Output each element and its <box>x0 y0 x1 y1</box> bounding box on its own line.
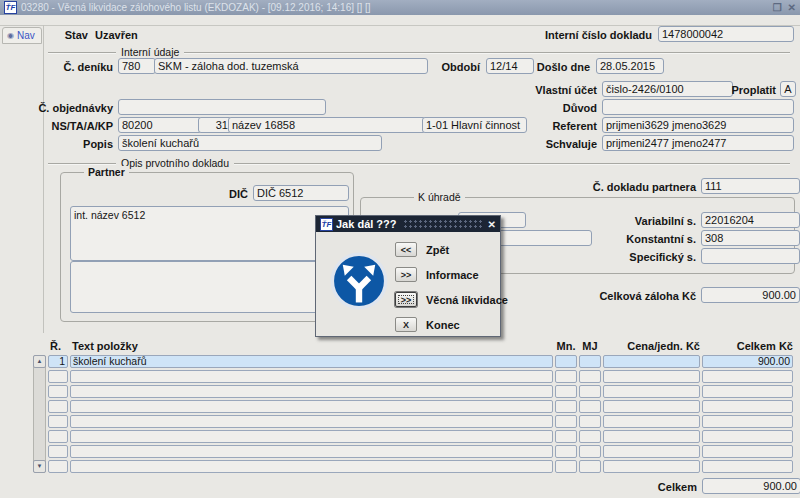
ta-field[interactable]: 31 <box>198 117 232 133</box>
scroll-up-button[interactable]: ▲ <box>33 355 46 368</box>
cell-mn[interactable] <box>555 445 577 458</box>
cell-num[interactable] <box>48 445 68 458</box>
referent-field[interactable]: prijmeni3629 jmeno3629 <box>602 117 794 133</box>
window-close-icon[interactable]: ✕ <box>788 2 796 13</box>
jak-dal-dialog: ŤF Jak dál ??? ✕ <<Zpět>>Informace>>Věcn… <box>315 215 501 337</box>
cell-cena[interactable] <box>603 370 700 383</box>
cell-num[interactable] <box>48 385 68 398</box>
cell-celkem[interactable] <box>702 370 793 383</box>
cell-celkem[interactable] <box>702 400 793 413</box>
partner-adresa-area[interactable] <box>70 261 349 313</box>
cell-mj[interactable] <box>579 415 601 428</box>
cell-cena[interactable] <box>603 385 700 398</box>
cell-celkem[interactable] <box>702 460 793 473</box>
table-row[interactable] <box>48 430 793 443</box>
interni-cislo-label: Interní číslo dokladu <box>500 29 652 41</box>
cell-celkem[interactable]: 900.00 <box>702 355 793 368</box>
cell-text[interactable]: školení kuchařů <box>70 355 553 368</box>
cell-cena[interactable] <box>603 355 700 368</box>
c-dokladu-partnera-field[interactable]: 111 <box>701 178 800 194</box>
cell-celkem[interactable] <box>702 415 793 428</box>
cell-num[interactable] <box>48 430 68 443</box>
window-titlebar[interactable]: ŤF 03280 - Věcná likvidace zálohového li… <box>0 0 800 15</box>
dic-field[interactable]: DIČ 6512 <box>253 185 349 201</box>
cell-mj[interactable] <box>579 460 601 473</box>
interni-cislo-field[interactable]: 1478000042 <box>658 26 794 42</box>
cinnost-field[interactable]: 1-01 Hlavní činnost <box>422 117 527 133</box>
cell-mn[interactable] <box>555 460 577 473</box>
cell-mj[interactable] <box>579 385 601 398</box>
scroll-down-button[interactable]: ▼ <box>33 460 46 473</box>
table-row[interactable] <box>48 370 793 383</box>
dialog-drag-handle[interactable] <box>403 219 482 229</box>
table-row[interactable] <box>48 415 793 428</box>
table-row[interactable] <box>48 460 793 473</box>
cell-celkem[interactable] <box>702 430 793 443</box>
table-row[interactable] <box>48 400 793 413</box>
ns-field[interactable]: 80200 <box>118 117 202 133</box>
cell-num[interactable] <box>48 415 68 428</box>
obdobi-label: Období <box>425 61 480 73</box>
cell-mj[interactable] <box>579 370 601 383</box>
cell-celkem[interactable] <box>702 445 793 458</box>
dialog-button[interactable]: >> <box>395 292 417 307</box>
ns-nazev-field[interactable]: název 16858 <box>228 117 426 133</box>
cell-mn[interactable] <box>555 400 577 413</box>
dialog-button-label: Informace <box>426 269 479 281</box>
nav-tab[interactable]: ◉ Nav <box>2 27 42 44</box>
konstantni-label: Konstantní s. <box>600 233 696 245</box>
cell-text[interactable] <box>70 415 553 428</box>
duvod-field[interactable] <box>602 99 794 115</box>
cell-mn[interactable] <box>555 415 577 428</box>
cell-cena[interactable] <box>603 430 700 443</box>
cell-mj[interactable] <box>579 400 601 413</box>
cell-mj[interactable] <box>579 445 601 458</box>
col-header-cena: Cena/jedn. Kč <box>603 340 700 352</box>
cell-mn[interactable] <box>555 430 577 443</box>
denik-nazev-field[interactable]: SKM - záloha dod. tuzemská <box>154 58 428 74</box>
celkova-zaloha-field[interactable]: 900.00 <box>701 287 800 303</box>
cell-num[interactable] <box>48 460 68 473</box>
c-deniku-field[interactable]: 780 <box>118 58 156 74</box>
cell-num[interactable] <box>48 400 68 413</box>
cell-text[interactable] <box>70 385 553 398</box>
schvaluje-field[interactable]: prijmeni2477 jmeno2477 <box>602 135 794 151</box>
celkem-field[interactable]: 900.00 <box>702 478 800 494</box>
window-restore-icon[interactable]: ❐ <box>773 2 782 13</box>
cell-text[interactable] <box>70 430 553 443</box>
cell-celkem[interactable] <box>702 385 793 398</box>
variabilni-field[interactable]: 22016204 <box>701 212 800 228</box>
cell-mj[interactable] <box>579 355 601 368</box>
cell-cena[interactable] <box>603 400 700 413</box>
dialog-close-icon[interactable]: ✕ <box>488 219 496 230</box>
cell-text[interactable] <box>70 370 553 383</box>
cell-mj[interactable] <box>579 430 601 443</box>
table-row[interactable]: 1školení kuchařů900.00 <box>48 355 793 368</box>
cell-cena[interactable] <box>603 445 700 458</box>
cell-num[interactable] <box>48 370 68 383</box>
specificky-field[interactable] <box>701 248 800 264</box>
table-row[interactable] <box>48 445 793 458</box>
cell-cena[interactable] <box>603 460 700 473</box>
popis-field[interactable]: školení kuchařů <box>118 135 382 151</box>
dialog-button[interactable]: X <box>395 317 417 332</box>
scrollbar-track[interactable] <box>33 355 46 473</box>
partner-nazev-area[interactable]: int. název 6512 <box>70 206 349 261</box>
table-row[interactable] <box>48 385 793 398</box>
cell-mn[interactable] <box>555 385 577 398</box>
cell-text[interactable] <box>70 460 553 473</box>
proplatit-field[interactable]: A <box>780 81 796 97</box>
doslo-dne-field[interactable]: 28.05.2015 <box>596 58 664 74</box>
cell-text[interactable] <box>70 445 553 458</box>
dic-label: DIČ <box>200 188 248 200</box>
c-objednavky-field[interactable] <box>118 99 326 115</box>
cell-mn[interactable] <box>555 355 577 368</box>
cell-text[interactable] <box>70 400 553 413</box>
dialog-button[interactable]: << <box>395 242 417 257</box>
dialog-button[interactable]: >> <box>395 267 417 282</box>
dialog-action-row: >>Věcná likvidace <box>395 292 508 307</box>
konstantni-field[interactable]: 308 <box>701 230 800 246</box>
cell-mn[interactable] <box>555 370 577 383</box>
cell-num[interactable]: 1 <box>48 355 68 368</box>
cell-cena[interactable] <box>603 415 700 428</box>
